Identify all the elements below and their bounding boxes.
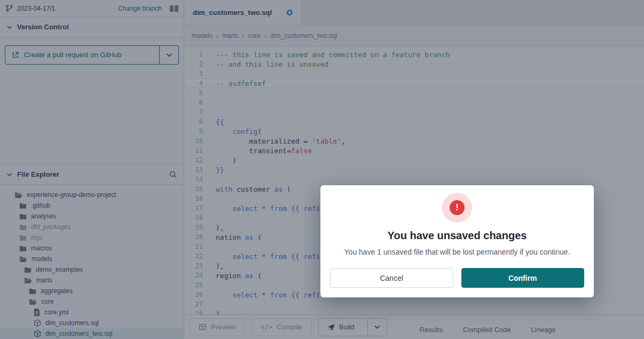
modal-body-text: You have 1 unsaved file that will be los… <box>330 248 584 256</box>
app-window: 2023-04-17/1 Change branch Version Contr… <box>0 0 644 339</box>
alert-icon: ! <box>450 200 465 215</box>
cancel-button[interactable]: Cancel <box>330 268 453 288</box>
alert-icon-halo: ! <box>442 193 472 223</box>
modal-actions: Cancel Confirm <box>330 268 584 288</box>
confirm-button[interactable]: Confirm <box>461 268 585 288</box>
modal-title: You have unsaved changes <box>330 230 584 242</box>
unsaved-changes-modal: ! You have unsaved changes You have 1 un… <box>320 185 594 297</box>
